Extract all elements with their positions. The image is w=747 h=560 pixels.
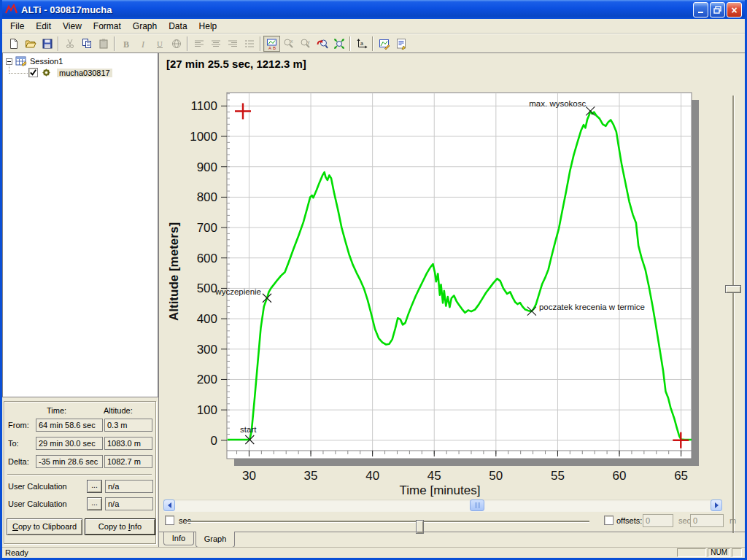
svg-text:Time [minutes]: Time [minutes] bbox=[400, 483, 481, 497]
align-center-icon bbox=[210, 38, 222, 50]
italic-button[interactable]: I bbox=[134, 36, 151, 52]
toolbar-separator bbox=[260, 36, 261, 51]
align-right-button[interactable] bbox=[224, 36, 241, 52]
delta-altitude-field: 1082.7 m bbox=[104, 455, 152, 468]
altitude-column-header: Altitude: bbox=[104, 406, 133, 415]
user-calc-1-value: n/a bbox=[105, 480, 153, 493]
list-icon bbox=[244, 38, 255, 50]
align-right-icon bbox=[227, 38, 239, 50]
svg-text:max. wysokosc: max. wysokosc bbox=[529, 99, 586, 108]
svg-text:Altitude [meters]: Altitude [meters] bbox=[167, 222, 181, 321]
window-title: ALTi - 030817mucha bbox=[21, 4, 112, 15]
menu-graph[interactable]: Graph bbox=[127, 20, 163, 33]
zoom-y-button[interactable]: y bbox=[297, 36, 314, 52]
zoom-extents-button[interactable] bbox=[330, 36, 347, 52]
sec-checkbox[interactable] bbox=[165, 516, 174, 525]
from-altitude-field: 0.3 m bbox=[104, 419, 152, 432]
svg-text:35: 35 bbox=[304, 469, 318, 483]
altitude-chart[interactable]: 3035404550556065010020030040050060070080… bbox=[159, 53, 745, 498]
svg-text:800: 800 bbox=[197, 190, 217, 204]
bold-button[interactable]: B bbox=[117, 36, 134, 52]
open-button[interactable] bbox=[22, 36, 39, 52]
track-item-label[interactable]: mucha030817 bbox=[57, 69, 112, 77]
copy-button[interactable] bbox=[78, 36, 95, 52]
menu-view[interactable]: View bbox=[57, 20, 88, 33]
app-logo-icon bbox=[5, 4, 18, 15]
graph-labels-button[interactable]: AB bbox=[263, 36, 280, 52]
user-calc-2-label: User Calculation bbox=[8, 499, 67, 508]
menu-bar: File Edit View Format Graph Data Help bbox=[2, 19, 745, 34]
chart-settings-button[interactable] bbox=[376, 36, 392, 52]
offset-sec-unit: sec bbox=[678, 516, 691, 525]
menu-data[interactable]: Data bbox=[163, 20, 193, 33]
scroll-left-button[interactable] bbox=[163, 499, 175, 511]
copy-to-clipboard-button[interactable]: Copy to Clipboard bbox=[7, 518, 82, 535]
offset-m-input[interactable]: 0 bbox=[690, 514, 724, 527]
menu-edit[interactable]: Edit bbox=[30, 20, 57, 33]
title-bar[interactable]: ALTi - 030817mucha × bbox=[2, 0, 745, 19]
paste-button[interactable] bbox=[95, 36, 112, 52]
time-column-header: Time: bbox=[47, 406, 66, 415]
session-tree: Session1 mucha030817 bbox=[2, 52, 158, 397]
new-file-icon bbox=[8, 38, 20, 50]
close-button[interactable]: × bbox=[727, 2, 742, 18]
zoom-undo-button[interactable] bbox=[314, 36, 330, 52]
paste-icon bbox=[98, 38, 109, 50]
svg-text:1100: 1100 bbox=[190, 99, 217, 113]
session-label[interactable]: Session1 bbox=[30, 57, 63, 66]
status-pane-num: NUM bbox=[708, 548, 730, 557]
offsets-checkbox[interactable] bbox=[604, 516, 614, 525]
svg-text:60: 60 bbox=[613, 469, 627, 483]
svg-text:40: 40 bbox=[365, 469, 379, 483]
underline-button[interactable]: U bbox=[151, 36, 168, 52]
offset-sec-input[interactable]: 0 bbox=[643, 514, 673, 527]
left-panel: Session1 mucha030817 Time: Altitude: Fro… bbox=[2, 52, 158, 547]
font-globe-icon bbox=[171, 38, 182, 50]
toolbar-separator bbox=[187, 36, 188, 51]
tree-expand-box[interactable] bbox=[6, 58, 12, 65]
list-button[interactable] bbox=[241, 36, 258, 52]
minimize-button[interactable] bbox=[693, 2, 708, 18]
svg-text:65: 65 bbox=[674, 469, 688, 483]
menu-format[interactable]: Format bbox=[88, 20, 127, 33]
menu-file[interactable]: File bbox=[4, 20, 30, 33]
status-text: Ready bbox=[5, 548, 28, 557]
align-center-button[interactable] bbox=[207, 36, 224, 52]
tab-graph[interactable]: Graph bbox=[196, 532, 235, 548]
track-checkbox[interactable] bbox=[28, 68, 38, 77]
scrollbar-thumb[interactable] bbox=[470, 499, 484, 511]
svg-text:y: y bbox=[307, 39, 310, 45]
offset-m-unit: m bbox=[729, 516, 736, 525]
to-time-field: 29 min 30.0 sec bbox=[36, 437, 103, 450]
menu-help[interactable]: Help bbox=[193, 20, 223, 33]
align-left-button[interactable] bbox=[190, 36, 207, 52]
zoom-y-icon: y bbox=[300, 38, 311, 50]
delta-label: Delta: bbox=[8, 457, 29, 466]
svg-text:a: a bbox=[360, 41, 363, 46]
restore-button[interactable] bbox=[710, 2, 725, 18]
save-icon bbox=[42, 38, 53, 50]
axes-button[interactable]: a bbox=[353, 36, 370, 52]
user-calc-2-button[interactable]: ... bbox=[87, 497, 102, 510]
svg-text:30: 30 bbox=[242, 469, 256, 483]
properties-button[interactable] bbox=[392, 36, 409, 52]
toolbar-separator bbox=[372, 36, 374, 51]
new-button[interactable] bbox=[5, 36, 22, 52]
font-button[interactable] bbox=[168, 36, 185, 52]
svg-text:wyczepienie: wyczepienie bbox=[214, 287, 261, 296]
scroll-right-button[interactable] bbox=[711, 499, 722, 511]
cut-button[interactable] bbox=[61, 36, 78, 52]
user-calc-1-button[interactable]: ... bbox=[87, 480, 102, 493]
vertical-slider-thumb[interactable] bbox=[725, 285, 741, 293]
svg-text:A: A bbox=[268, 45, 271, 50]
align-left-icon bbox=[193, 38, 205, 50]
svg-text:900: 900 bbox=[197, 160, 217, 174]
toolbar-separator bbox=[114, 36, 115, 51]
save-button[interactable] bbox=[39, 36, 55, 52]
tab-info[interactable]: Info bbox=[163, 532, 194, 545]
svg-text:200: 200 bbox=[197, 373, 217, 386]
zoom-x-button[interactable]: x bbox=[280, 36, 297, 52]
scissors-icon bbox=[64, 38, 76, 50]
copy-to-info-button[interactable]: Copy to Info bbox=[85, 518, 155, 535]
status-pane-empty bbox=[677, 548, 706, 557]
